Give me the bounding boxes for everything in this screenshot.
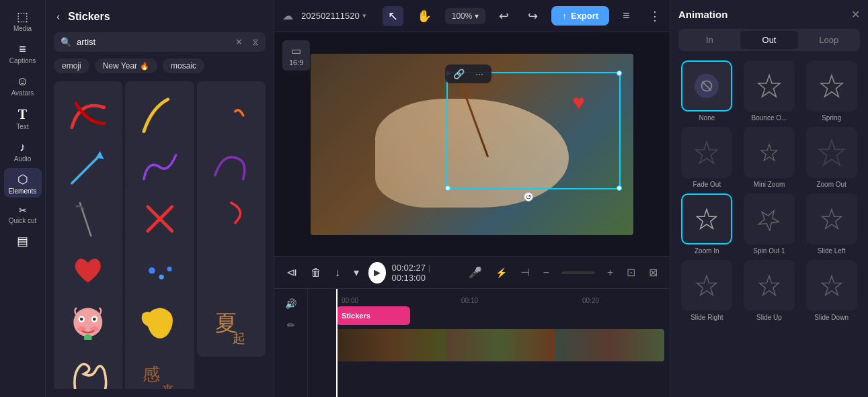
trim-button[interactable]: ⧏ [282,263,301,281]
link-button[interactable]: 🔗 [450,67,467,81]
anim-label-fade: Fade Out [693,181,721,188]
video-thumbnail-2 [446,329,555,361]
tab-loop[interactable]: Loop [799,31,858,49]
fit-button[interactable]: ⊡ [623,263,639,281]
dropdown-button[interactable]: ▾ [350,263,363,281]
zoom-out-tl-button[interactable]: − [539,264,553,281]
select-tool-button[interactable]: ↖ [383,6,403,26]
svg-line-2 [80,203,92,239]
close-animation-button[interactable]: ✕ [851,8,860,21]
hand-tool-button[interactable]: ✋ [411,6,437,26]
more-button[interactable]: ⋮ [643,6,666,26]
sticker-item-17[interactable]: 感 来 [125,340,194,389]
audio-icon: ♪ [19,141,26,153]
svg-text:来: 来 [161,383,174,389]
anim-item-none[interactable]: None [678,60,736,122]
captions-icon: ≡ [19,43,26,55]
canvas-area: ▭ 16:9 ♥ ↺ [274,32,670,256]
stickers-sidebar: ‹ Stickers 🔍 ✕ ⧖ emoji New Year 🔥 mosaic [46,0,274,397]
svg-text:感: 感 [142,365,159,385]
sidebar-item-media[interactable]: ⬚ Media [4,5,42,35]
svg-marker-24 [696,142,717,163]
timeline-controls: ⧏ 🗑 ↓ ▾ ▶ 00:02:27 | 00:13:00 🎤 ⚡ ⊣ − [274,257,670,289]
export-button[interactable]: ↑ Export [551,6,609,26]
download-button[interactable]: ↓ [331,264,344,281]
video-heart: ♥ [572,90,585,115]
sticker-item-16[interactable] [54,340,122,389]
anim-item-minizoom[interactable]: Mini Zoom [741,127,798,188]
captions-label: Captions [9,57,36,64]
svg-text:起: 起 [233,331,245,345]
sidebar-item-audio[interactable]: ♪ Audio [4,136,42,165]
sidebar-item-quickcut[interactable]: ✂ Quick cut [4,200,42,227]
anim-item-spinout[interactable]: Spin Out 1 [741,193,798,255]
anim-item-zoomout[interactable]: Zoom Out [803,127,860,188]
tag-row: emoji New Year 🔥 mosaic [54,58,266,73]
animation-header: Animation ✕ [678,8,860,21]
anim-item-slideup[interactable]: Slide Up [741,260,798,321]
sticker-clip[interactable]: Stickers [336,306,410,325]
split-button[interactable]: ⊣ [516,263,534,281]
anim-item-spring[interactable]: Spring [803,60,860,122]
sidebar-item-subtitles[interactable]: ▤ [4,230,42,252]
aspect-ratio-badge[interactable]: ▭ 16:9 [282,40,310,71]
tab-in[interactable]: In [680,31,739,49]
anim-item-slideleft[interactable]: Slide Left [803,193,860,255]
time-mark-20: 00:20 [582,297,599,304]
svg-marker-23 [821,75,842,97]
filter-icon[interactable]: ⧖ [252,36,259,48]
anim-item-fade[interactable]: Fade Out [678,127,736,188]
text-icon: T [18,107,27,121]
edit-button[interactable]: ✏ [283,316,299,335]
zoom-in-tl-button[interactable]: + [603,264,617,281]
play-button[interactable]: ▶ [368,262,386,283]
anim-preview-bounce [744,60,795,112]
tag-newyear[interactable]: New Year 🔥 [95,58,157,73]
avatars-icon: ☺ [16,75,28,87]
export-icon: ↑ [562,11,567,21]
more-options-button[interactable]: ··· [473,67,486,81]
volume-button[interactable]: 🔊 [281,294,301,313]
project-name[interactable]: 202502111520 ▾ [301,11,366,21]
aspect-ratio-icon: ▭ [289,44,303,57]
search-bar: 🔍 ✕ ⧖ [54,32,266,52]
sidebar-item-captions[interactable]: ≡ Captions [4,38,42,67]
microphone-button[interactable]: 🎤 [465,263,486,281]
anim-preview-spinout [744,193,795,245]
redo-button[interactable]: ↪ [522,6,543,26]
elements-icon: ⬡ [17,173,28,185]
quickcut-label: Quick cut [9,217,37,224]
tag-mosaic[interactable]: mosaic [163,58,204,73]
anim-item-slideright[interactable]: Slide Right [678,260,736,321]
video-thumbnail-1 [336,329,446,361]
chevron-down-icon: ▾ [362,11,366,20]
delete-button[interactable]: 🗑 [307,264,325,281]
svg-point-12 [93,318,96,321]
anim-item-zoomin[interactable]: Zoom In [678,193,736,255]
search-input[interactable] [77,37,230,47]
sidebar-item-elements[interactable]: ⬡ Elements [4,168,42,197]
sidebar-item-text[interactable]: T Text [4,102,42,133]
fullscreen-button[interactable]: ⊠ [645,263,662,281]
svg-point-13 [78,326,86,331]
tab-out[interactable]: Out [740,31,799,49]
anim-item-slidedown[interactable]: Slide Down [803,260,860,321]
svg-point-6 [159,275,163,279]
sidebar-item-avatars[interactable]: ☺ Avatars [4,70,42,99]
video-clip[interactable] [336,329,664,361]
cloud-icon: ☁ [282,9,293,22]
clear-icon[interactable]: ✕ [235,37,243,47]
anim-label-slideup: Slide Up [756,314,782,321]
anim-item-bounce[interactable]: Bounce O... [741,60,798,122]
zoom-level-button[interactable]: 100% ▾ [445,8,486,24]
tag-emoji[interactable]: emoji [54,58,89,73]
subtitles-icon: ▤ [17,235,28,247]
sticker-item-15[interactable]: 夏 起 [197,288,266,357]
menu-button[interactable]: ≡ [617,6,635,26]
ai-button[interactable]: ⚡ [491,265,511,281]
back-button[interactable]: ‹ [54,8,63,26]
media-icon: ⬚ [17,11,28,23]
undo-button[interactable]: ↩ [494,6,514,26]
search-icon: 🔍 [61,37,71,47]
anim-preview-spring [806,60,857,112]
